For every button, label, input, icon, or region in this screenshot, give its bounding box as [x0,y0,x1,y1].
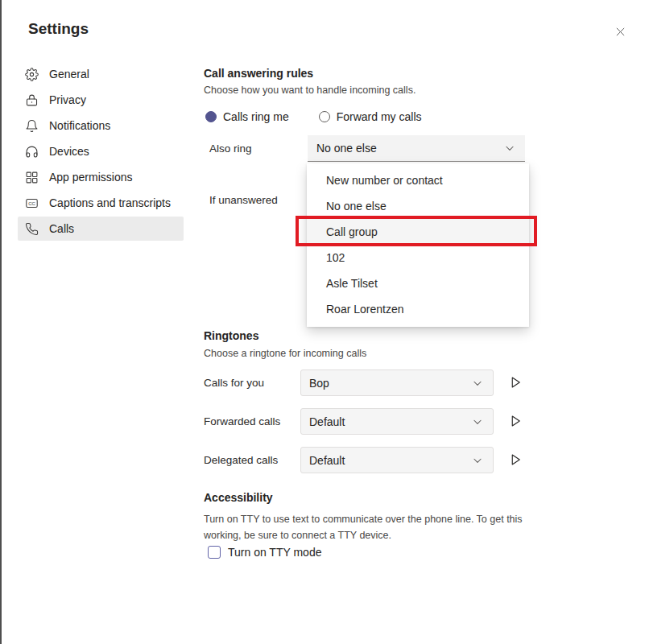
window-edge [0,0,2,644]
dropdown-option-new-number[interactable]: New number or contact [307,167,529,193]
play-icon [508,375,523,390]
dropdown-option-asle-tilset[interactable]: Asle Tilset [307,270,529,296]
also-ring-value: No one else [316,142,377,155]
sidebar-item-label: Captions and transcripts [49,196,171,209]
sidebar-item-general[interactable]: General [18,62,184,86]
play-ringtone-button[interactable] [506,374,524,391]
sidebar-item-app-permissions[interactable]: App permissions [18,165,184,189]
calls-for-you-label: Calls for you [204,377,264,389]
chevron-down-icon [472,416,483,427]
sidebar-item-label: Privacy [49,93,86,106]
section-heading-call-answering: Call answering rules [204,67,313,80]
svg-text:CC: CC [28,200,35,205]
chevron-down-icon [504,142,515,154]
section-heading-ringtones: Ringtones [204,329,258,342]
radio-forward-my-calls-label: Forward my calls [337,110,422,123]
sidebar-item-calls[interactable]: Calls [18,217,184,241]
play-ringtone-button[interactable] [506,412,524,430]
play-icon [508,452,523,467]
play-ringtone-button[interactable] [506,451,524,469]
dropdown-option-102[interactable]: 102 [307,245,529,270]
chevron-down-icon [472,455,483,466]
sidebar-item-label: Notifications [49,119,110,132]
delegated-calls-label: Delegated calls [204,454,278,466]
dropdown-option-no-one-else[interactable]: No one else [307,193,529,219]
sidebar-item-label: General [49,68,89,80]
calls-for-you-dropdown[interactable]: Bop [300,369,494,396]
gear-icon [25,68,39,81]
accessibility-description: Turn on TTY to use text to communicate o… [204,511,537,543]
apps-grid-icon [25,171,39,184]
dropdown-option-roar-lorentzen[interactable]: Roar Lorentzen [307,296,529,322]
sidebar-item-label: App permissions [49,171,133,184]
page-title: Settings [28,20,89,38]
phone-icon [25,222,39,236]
calls-for-you-value: Bop [309,377,329,390]
call-answering-radio-group: Calls ring me Forward my calls [205,110,422,123]
dropdown-option-call-group[interactable]: Call group [307,219,529,245]
sidebar-item-label: Devices [49,145,89,158]
lock-icon [25,93,39,107]
headset-icon [25,145,39,159]
sidebar-item-privacy[interactable]: Privacy [18,88,184,112]
delegated-calls-dropdown[interactable]: Default [300,447,494,473]
forwarded-calls-value: Default [309,415,345,428]
delegated-calls-value: Default [309,454,345,467]
play-icon [508,414,523,428]
sidebar-item-notifications[interactable]: Notifications [18,114,184,138]
close-icon [614,26,626,38]
radio-forward-my-calls[interactable] [319,111,330,122]
chevron-down-icon [472,378,483,389]
forwarded-calls-label: Forwarded calls [204,415,280,427]
sidebar-item-captions[interactable]: CC Captions and transcripts [18,191,184,215]
tty-mode-checkbox-label: Turn on TTY mode [228,546,321,559]
tty-mode-checkbox[interactable] [208,546,221,559]
also-ring-dropdown[interactable]: No one else [308,135,525,162]
forwarded-calls-dropdown[interactable]: Default [300,408,494,435]
also-ring-label: Also ring [209,142,252,155]
closed-captions-icon: CC [25,196,39,210]
sidebar-item-devices[interactable]: Devices [18,139,184,163]
also-ring-dropdown-menu: New number or contact No one else Call g… [307,163,529,327]
section-subheading-ringtones: Choose a ringtone for incoming calls [204,348,366,359]
close-button[interactable] [610,22,630,41]
section-heading-accessibility: Accessibility [204,491,273,504]
bell-icon [25,119,39,133]
sidebar-item-label: Calls [49,222,74,235]
section-subheading-call-answering: Choose how you want to handle incoming c… [204,85,416,96]
radio-calls-ring-me[interactable] [205,111,217,122]
if-unanswered-label: If unanswered [209,194,278,206]
radio-calls-ring-me-label: Calls ring me [223,110,289,123]
settings-dialog: Settings General Privacy Notifications D… [0,0,645,644]
